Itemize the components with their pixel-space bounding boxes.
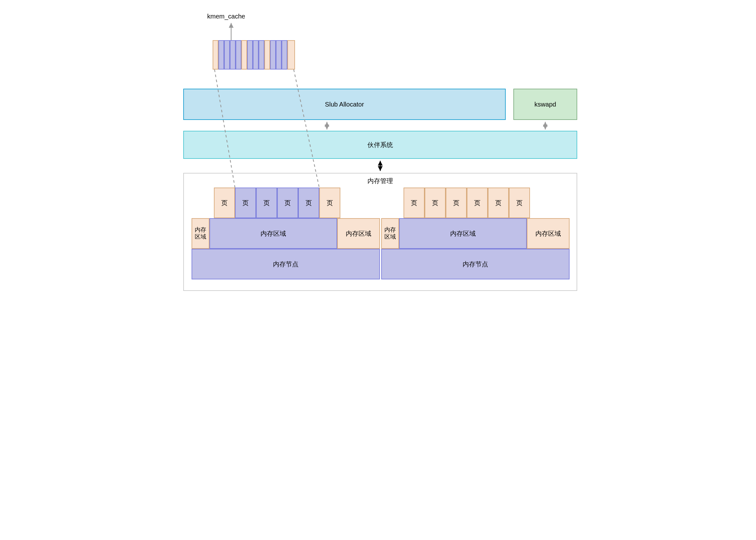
memory-diagram: kmem_cache Slub Allocator kswapd 伙伴系统 内存…	[174, 6, 582, 300]
node-box: 内存节点	[381, 249, 570, 279]
page-label: 页	[474, 199, 480, 207]
svg-line-1	[215, 69, 235, 188]
page-box: 页	[214, 188, 235, 218]
zone-label: 内存区域	[261, 229, 286, 238]
zone-box: 内存区域	[399, 218, 527, 249]
slub-allocator-box: Slub Allocator	[183, 89, 506, 120]
slab-cell	[259, 40, 264, 69]
buddy-system-box: 伙伴系统	[183, 131, 577, 159]
mem-mgmt-label: 内存管理	[367, 177, 393, 185]
node-label: 内存节点	[273, 260, 298, 269]
kmem-cache-label: kmem_cache	[207, 13, 245, 20]
zone-label: 内存区域	[450, 229, 476, 238]
zone-label: 内存区域	[346, 229, 371, 238]
zone-label: 内存 区域	[195, 226, 206, 240]
node-label: 内存节点	[463, 260, 488, 269]
zone-box: 内存区域	[337, 218, 380, 249]
buddy-label: 伙伴系统	[367, 141, 393, 149]
kswapd-box: kswapd	[513, 89, 577, 120]
page-label: 页	[453, 199, 460, 207]
slab-cell	[276, 40, 282, 69]
page-box: 页	[256, 188, 277, 218]
slab-cell	[264, 40, 270, 69]
page-label: 页	[516, 199, 523, 207]
page-box: 页	[488, 188, 509, 218]
slub-label: Slub Allocator	[325, 101, 364, 108]
page-label: 页	[411, 199, 417, 207]
node-box: 内存节点	[192, 249, 380, 279]
page-label: 页	[242, 199, 249, 207]
page-label: 页	[305, 199, 312, 207]
slab-cell	[218, 40, 224, 69]
slab-cell	[253, 40, 259, 69]
slab-cell	[241, 40, 247, 69]
zone-box: 内存区域	[209, 218, 337, 249]
page-label: 页	[432, 199, 438, 207]
page-box: 页	[446, 188, 467, 218]
page-box: 页	[319, 188, 340, 218]
zone-label: 内存区域	[535, 229, 561, 238]
slab-cell	[236, 40, 241, 69]
page-label: 页	[264, 199, 270, 207]
page-box: 页	[235, 188, 256, 218]
page-box: 页	[404, 188, 425, 218]
slab-cell	[247, 40, 253, 69]
slab-cell	[213, 40, 218, 69]
slab-cell	[230, 40, 236, 69]
page-box: 页	[277, 188, 298, 218]
page-box: 页	[298, 188, 319, 218]
page-box: 页	[467, 188, 488, 218]
slab-cell	[224, 40, 230, 69]
slab-cell	[270, 40, 276, 69]
page-box: 页	[509, 188, 530, 218]
slab-cell	[287, 40, 295, 69]
page-label: 页	[495, 199, 501, 207]
page-box: 页	[425, 188, 446, 218]
slab-cell	[282, 40, 287, 69]
page-label: 页	[221, 199, 228, 207]
slab-row	[213, 40, 295, 69]
zone-box-small: 内存 区域	[192, 218, 209, 249]
zone-box: 内存区域	[527, 218, 570, 249]
page-label: 页	[327, 199, 333, 207]
zone-label: 内存 区域	[384, 226, 396, 240]
zone-box-small: 内存 区域	[381, 218, 399, 249]
svg-line-2	[294, 69, 319, 188]
page-label: 页	[284, 199, 291, 207]
kswapd-label: kswapd	[534, 101, 556, 108]
